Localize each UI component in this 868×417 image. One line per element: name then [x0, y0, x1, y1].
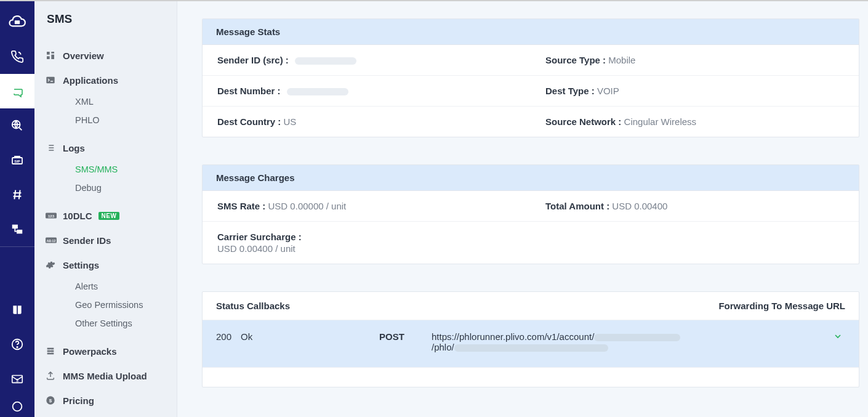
search-globe-icon	[10, 119, 24, 132]
main-content: Message Stats Sender ID (src) : Source T…	[177, 1, 868, 417]
rail-account[interactable]	[0, 396, 34, 417]
sidebar-item-senderids[interactable]: AB·12 Sender IDs	[46, 228, 171, 253]
svg-rect-27	[47, 353, 54, 355]
rail-sms[interactable]	[0, 74, 34, 108]
rail-zentrunk[interactable]	[0, 212, 34, 246]
svg-rect-7	[12, 158, 22, 164]
svg-point-12	[17, 347, 17, 347]
rail-voice[interactable]	[0, 39, 34, 74]
card-header: Message Stats	[203, 19, 859, 45]
callbacks-footer	[203, 367, 859, 387]
sidebar-item-label: Settings	[59, 260, 99, 270]
svg-text:123: 123	[48, 214, 55, 218]
sidebar-sub-label: Geo Permissions	[75, 300, 143, 310]
gear-icon	[46, 260, 55, 270]
sidebar-sub-smsmms[interactable]: SMS/MMS	[46, 160, 171, 179]
value: USD 0.00400	[612, 201, 667, 211]
list-icon	[46, 143, 55, 153]
sidebar-item-applications[interactable]: Applications	[46, 68, 171, 92]
svg-rect-23	[46, 238, 57, 243]
upload-icon	[46, 371, 55, 381]
value: USD 0.00400 / unit	[217, 243, 516, 254]
sidebar-sub-label: Debug	[75, 183, 102, 193]
sidebar-sub-phlo[interactable]: PHLO	[46, 111, 171, 129]
sidebar-item-label: Powerpacks	[59, 346, 117, 357]
sidebar-item-pricing[interactable]: $ Pricing	[46, 388, 171, 413]
sidebar-item-overview[interactable]: Overview	[46, 43, 171, 68]
sidebar-item-powerpacks[interactable]: Powerpacks	[46, 339, 171, 363]
rail-numbers[interactable]	[0, 177, 34, 212]
stat-source-type: Source Type : Mobile	[531, 45, 859, 75]
dollar-icon: $	[46, 395, 55, 405]
svg-point-5	[18, 21, 20, 22]
value: US	[284, 116, 297, 127]
id-card-icon: AB·12	[46, 236, 57, 245]
charge-total: Total Amount : USD 0.00400	[531, 191, 859, 221]
charge-sms-rate: SMS Rate : USD 0.00000 / unit	[203, 191, 531, 221]
new-badge: NEW	[98, 212, 120, 220]
svg-rect-17	[51, 52, 54, 54]
svg-rect-20	[46, 77, 54, 84]
svg-point-3	[15, 21, 17, 22]
label: SMS Rate :	[217, 201, 265, 211]
svg-text:AB·12: AB·12	[47, 239, 56, 243]
rail-docs[interactable]	[0, 293, 34, 327]
rail-logo[interactable]	[0, 5, 34, 39]
sidebar-item-label: Applications	[59, 75, 118, 86]
sidebar-sub-xml[interactable]: XML	[46, 92, 171, 111]
stats-row: Dest Country : US Source Network : Cingu…	[203, 107, 859, 137]
sidebar-item-logs[interactable]: Logs	[46, 136, 171, 160]
callback-row[interactable]: 200 Ok POST https://phlorunner.plivo.com…	[203, 320, 859, 367]
svg-point-0	[15, 23, 17, 24]
url-part: https://phlorunner.plivo.com/v1/account/	[432, 331, 594, 342]
rail-help[interactable]	[0, 327, 34, 362]
message-icon	[10, 84, 25, 99]
charges-row: Carrier Surcharge : USD 0.00400 / unit	[203, 222, 859, 264]
svg-point-4	[17, 21, 18, 22]
stats-row: Dest Number : Dest Type : VOIP	[203, 76, 859, 107]
redacted-value	[287, 88, 348, 95]
circle-icon	[10, 400, 24, 413]
sidebar-title: SMS	[34, 12, 177, 43]
sidebar-sub-label: PHLO	[75, 115, 100, 125]
stat-dest-number: Dest Number :	[203, 76, 531, 106]
value: USD 0.00000 / unit	[268, 201, 347, 211]
nav-rail: SIP	[0, 1, 34, 417]
card-message-charges: Message Charges SMS Rate : USD 0.00000 /…	[202, 164, 859, 264]
redacted-value	[594, 334, 680, 341]
callback-url: https://phlorunner.plivo.com/v1/account/…	[432, 331, 830, 352]
sidebar-item-mms-media[interactable]: MMS Media Upload	[46, 363, 171, 388]
sidebar-item-label: 10DLC	[59, 211, 92, 221]
svg-point-15	[13, 402, 22, 411]
value: Mobile	[608, 55, 635, 65]
card-message-stats: Message Stats Sender ID (src) : Source T…	[202, 18, 859, 137]
stack-icon	[46, 346, 55, 356]
sidebar: SMS Overview Applications XML PHLO Logs …	[34, 1, 177, 417]
svg-text:$: $	[49, 398, 52, 403]
sidebar-sub-geo[interactable]: Geo Permissions	[46, 296, 171, 314]
sidebar-item-settings[interactable]: Settings	[46, 253, 171, 277]
cloud-logo-icon	[8, 13, 26, 31]
callback-code: 200	[216, 331, 241, 342]
card-status-callbacks: Status Callbacks Forwarding To Message U…	[202, 291, 859, 387]
sidebar-item-10dlc[interactable]: 123 10DLC NEW	[46, 203, 171, 228]
svg-point-6	[12, 121, 20, 129]
callbacks-forwarding-label: Forwarding To Message URL	[718, 301, 845, 311]
svg-text:SIP: SIP	[14, 160, 20, 163]
label: Source Network :	[545, 116, 621, 127]
rail-lookup[interactable]	[0, 108, 34, 143]
label: Carrier Surcharge :	[217, 232, 302, 242]
sidebar-sub-other[interactable]: Other Settings	[46, 314, 171, 333]
book-icon	[11, 304, 23, 316]
expand-toggle[interactable]	[830, 331, 845, 343]
terminal-icon	[46, 75, 55, 85]
sidebar-sub-alerts[interactable]: Alerts	[46, 277, 171, 296]
hash-icon	[10, 188, 24, 201]
rail-billing[interactable]: $	[0, 362, 34, 396]
rail-sip[interactable]: SIP	[0, 143, 34, 177]
empty-cell	[531, 222, 859, 264]
stat-dest-country: Dest Country : US	[203, 107, 531, 137]
sidebar-sub-debug[interactable]: Debug	[46, 179, 171, 197]
svg-rect-13	[12, 376, 23, 383]
charge-surcharge: Carrier Surcharge : USD 0.00400 / unit	[203, 222, 531, 264]
